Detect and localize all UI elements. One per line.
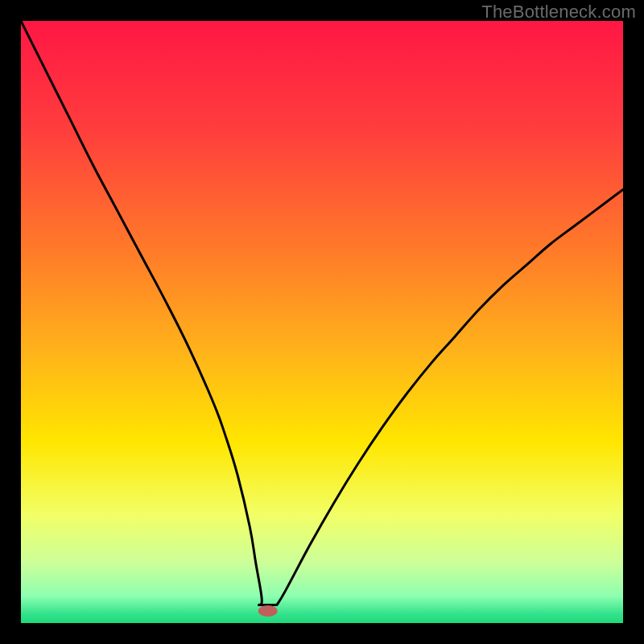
chart-frame: TheBottleneck.com [0,0,644,644]
gradient-background [21,21,623,623]
optimal-marker [258,605,278,617]
plot-area [21,21,623,623]
chart-svg [21,21,623,623]
watermark-text: TheBottleneck.com [481,2,636,23]
